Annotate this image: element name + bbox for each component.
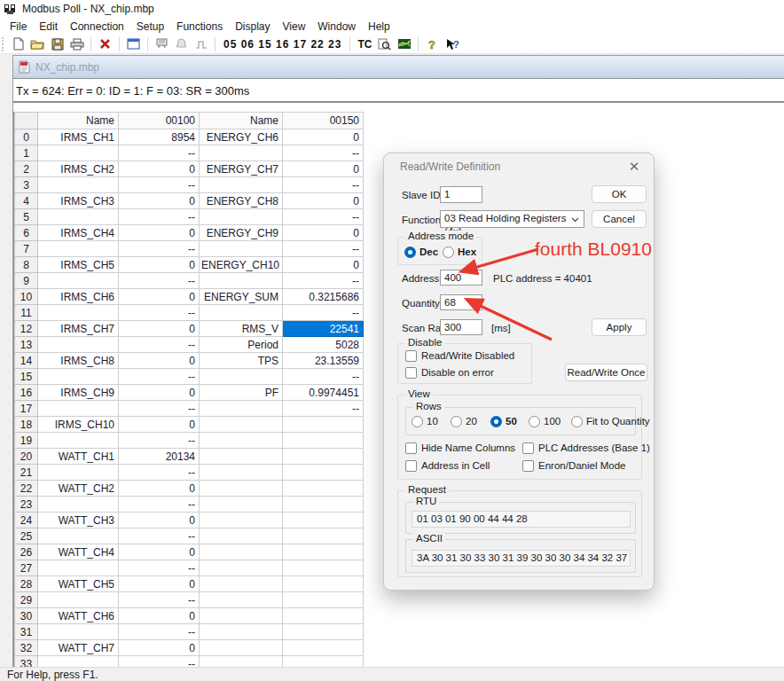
- grid-cell[interactable]: [38, 209, 119, 225]
- grid-cell[interactable]: RMS_V: [200, 321, 283, 337]
- grid-cell[interactable]: [200, 273, 283, 289]
- chart-button[interactable]: [396, 36, 412, 52]
- grid-cell[interactable]: [38, 465, 119, 481]
- grid-cell[interactable]: IRMS_CH4: [38, 225, 119, 241]
- grid-cell[interactable]: --: [119, 497, 200, 513]
- grid-cell[interactable]: --: [119, 401, 200, 417]
- grid-cell[interactable]: 22541: [283, 321, 364, 337]
- rows-20-label[interactable]: 20: [466, 416, 477, 427]
- grid-cell[interactable]: PF: [200, 385, 283, 401]
- grid-cell[interactable]: --: [119, 433, 200, 449]
- grid-header-00100[interactable]: 00100: [119, 113, 200, 129]
- grid-cell[interactable]: [283, 513, 364, 528]
- grid-cell[interactable]: 0: [119, 353, 200, 369]
- grid-cell[interactable]: --: [283, 369, 364, 385]
- scan-rate-field[interactable]: 300: [440, 319, 482, 335]
- grid-cell[interactable]: [283, 592, 364, 608]
- grid-cell[interactable]: [200, 592, 283, 608]
- grid-cell[interactable]: --: [119, 369, 200, 385]
- new-file-button[interactable]: [10, 36, 27, 52]
- grid-cell[interactable]: IRMS_CH5: [38, 257, 119, 273]
- row-number[interactable]: 24: [15, 513, 38, 528]
- function-code-buttons[interactable]: 05 06 15 16 17 22 23: [221, 38, 344, 51]
- grid-cell[interactable]: [38, 177, 119, 193]
- grid-cell[interactable]: 0: [283, 161, 364, 177]
- about-button[interactable]: ?: [424, 36, 441, 52]
- grid-cell[interactable]: [200, 465, 283, 481]
- grid-cell[interactable]: --: [119, 656, 200, 669]
- row-number[interactable]: 16: [15, 385, 38, 401]
- read-write-once-button[interactable]: Read/Write Once: [565, 364, 647, 381]
- grid-cell[interactable]: ENERGY_CH8: [200, 193, 283, 209]
- grid-cell[interactable]: [200, 305, 283, 321]
- grid-cell[interactable]: [200, 433, 283, 449]
- radio-fit-to-quantity[interactable]: [571, 416, 583, 427]
- grid-cell[interactable]: --: [283, 145, 364, 161]
- alarm-button[interactable]: [173, 36, 190, 52]
- grid-cell[interactable]: 0: [119, 321, 200, 337]
- fit-to-quantity-label[interactable]: Fit to Quantity: [586, 416, 650, 427]
- grid-cell[interactable]: 5028: [283, 337, 364, 353]
- grid-cell[interactable]: --: [119, 241, 200, 257]
- cancel-button[interactable]: Cancel: [592, 210, 647, 228]
- test-center-button[interactable]: TC: [356, 38, 373, 51]
- grid-cell[interactable]: --: [119, 145, 200, 161]
- grid-cell[interactable]: [283, 417, 364, 433]
- grid-cell[interactable]: [38, 369, 119, 385]
- grid-cell[interactable]: 8954: [119, 129, 200, 145]
- grid-cell[interactable]: --: [283, 177, 364, 193]
- address-in-cell-label[interactable]: Address in Cell: [421, 460, 490, 471]
- grid-cell[interactable]: [283, 528, 364, 544]
- radio-rows-20[interactable]: [451, 416, 462, 427]
- row-number[interactable]: 31: [15, 624, 38, 640]
- grid-cell[interactable]: 0: [119, 257, 200, 273]
- grid-cell[interactable]: 0: [119, 193, 200, 209]
- grid-cell[interactable]: [283, 560, 364, 576]
- row-number[interactable]: 5: [15, 209, 38, 225]
- radio-dec-label[interactable]: Dec: [419, 247, 438, 257]
- communication-button[interactable]: [153, 36, 170, 52]
- row-number[interactable]: 33: [15, 656, 38, 669]
- grid-cell[interactable]: --: [119, 560, 200, 576]
- grid-cell[interactable]: IRMS_CH1: [38, 129, 119, 145]
- grid-cell[interactable]: [200, 497, 283, 513]
- grid-cell[interactable]: 0: [119, 161, 200, 177]
- ok-button[interactable]: OK: [592, 185, 647, 203]
- setup-window-button[interactable]: [125, 36, 142, 52]
- grid-cell[interactable]: ENERGY_CH7: [200, 161, 283, 177]
- grid-cell[interactable]: [200, 177, 283, 193]
- grid-cell[interactable]: 23.13559: [283, 353, 364, 369]
- checkbox-read-write-disabled[interactable]: [405, 350, 417, 362]
- grid-cell[interactable]: [200, 624, 283, 640]
- grid-cell[interactable]: [200, 417, 283, 433]
- rows-10-label[interactable]: 10: [427, 416, 438, 427]
- grid-cell[interactable]: ENERGY_SUM: [200, 289, 283, 305]
- grid-cell[interactable]: --: [283, 305, 364, 321]
- grid-cell[interactable]: [200, 481, 283, 497]
- grid-cell[interactable]: --: [119, 209, 200, 225]
- grid-cell[interactable]: WATT_CH5: [38, 576, 119, 592]
- grid-cell[interactable]: IRMS_CH8: [38, 353, 119, 369]
- grid-cell[interactable]: TPS: [200, 353, 283, 369]
- grid-cell[interactable]: [283, 624, 364, 640]
- apply-button[interactable]: Apply: [592, 318, 647, 336]
- row-number[interactable]: 2: [15, 161, 38, 177]
- grid-cell[interactable]: 0: [119, 385, 200, 401]
- grid-cell[interactable]: --: [283, 401, 364, 417]
- grid-header-00150[interactable]: 00150: [283, 113, 364, 129]
- open-file-button[interactable]: [29, 36, 46, 52]
- grid-cell[interactable]: [38, 241, 119, 257]
- grid-cell[interactable]: ENERGY_CH6: [200, 129, 283, 145]
- context-help-button[interactable]: ?: [443, 36, 460, 52]
- grid-cell[interactable]: IRMS_CH3: [38, 193, 119, 209]
- grid-cell[interactable]: 0: [119, 481, 200, 497]
- grid-cell[interactable]: [200, 145, 283, 161]
- grid-cell[interactable]: IRMS_CH10: [38, 417, 119, 433]
- grid-cell[interactable]: [283, 449, 364, 465]
- grid-cell[interactable]: WATT_CH1: [38, 449, 119, 465]
- checkbox-address-in-cell[interactable]: [405, 460, 417, 472]
- grid-cell[interactable]: [38, 592, 119, 608]
- row-number[interactable]: 27: [15, 560, 38, 576]
- grid-cell[interactable]: 0: [283, 193, 364, 209]
- menu-edit[interactable]: Edit: [33, 20, 64, 34]
